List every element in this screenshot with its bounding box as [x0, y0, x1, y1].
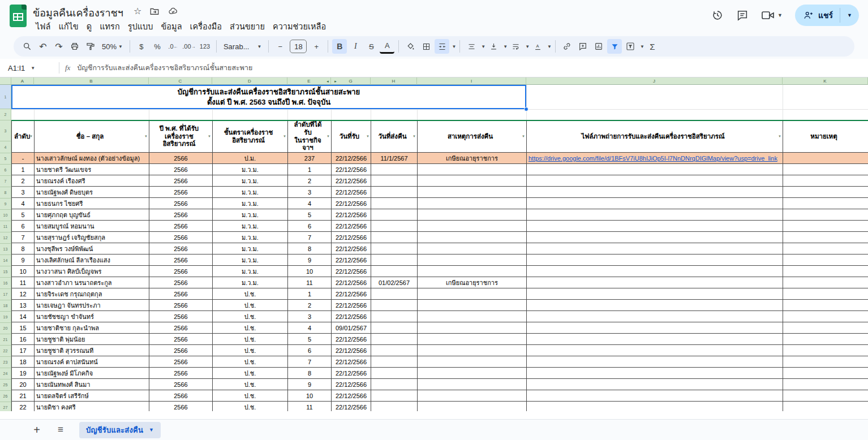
table-cell[interactable]: ป.ช.: [213, 368, 288, 379]
table-header-cell[interactable]: วันที่ส่งคืน▼: [371, 121, 418, 153]
table-cell[interactable]: 2: [288, 300, 332, 311]
table-cell[interactable]: นายณัฐพงศ์ ดิษยบุตร: [35, 187, 149, 198]
row-header-21[interactable]: 21: [0, 334, 11, 346]
table-cell[interactable]: https://drive.google.com/file/d/1BFsV7iU…: [527, 153, 783, 164]
version-history-icon[interactable]: [711, 9, 724, 21]
add-sheet-button[interactable]: +: [28, 424, 45, 437]
table-cell[interactable]: 22/12/2566: [332, 198, 371, 209]
table-header-cell[interactable]: ลำดับ▼: [12, 121, 35, 153]
table-cell[interactable]: 1: [288, 288, 332, 300]
table-cell[interactable]: [371, 300, 418, 311]
row-header-22[interactable]: 22: [0, 346, 11, 357]
table-cell[interactable]: ม.ว.ม.: [213, 187, 288, 198]
meet-caret-icon[interactable]: ▼: [777, 12, 783, 18]
table-cell[interactable]: [418, 356, 527, 368]
text-wrap-button[interactable]: [508, 39, 523, 54]
row-header-15[interactable]: 15: [0, 266, 11, 278]
table-cell[interactable]: นางเลิศลักษณ์ ลีลาเรืองแสง: [35, 254, 149, 266]
table-cell[interactable]: 1: [288, 164, 332, 175]
table-cell[interactable]: [527, 175, 783, 187]
table-cell[interactable]: 2566: [149, 243, 213, 254]
table-cell[interactable]: [783, 368, 868, 379]
table-cell[interactable]: 12: [12, 288, 35, 300]
table-cell[interactable]: [783, 254, 868, 266]
row-header-13[interactable]: 13: [0, 244, 11, 255]
table-cell[interactable]: [418, 266, 527, 277]
row-header-2[interactable]: 2: [0, 109, 11, 120]
table-cell[interactable]: 22/12/2566: [332, 390, 371, 402]
table-cell[interactable]: 19: [12, 368, 35, 379]
table-cell[interactable]: นายสมบูรณ์ หอมนาน: [35, 221, 149, 232]
table-cell[interactable]: นายณรงค์ เรืองศรี: [35, 175, 149, 187]
table-cell[interactable]: 11: [12, 277, 35, 288]
table-cell[interactable]: ป.ช.: [213, 345, 288, 356]
table-cell[interactable]: 2566: [149, 345, 213, 356]
table-cell[interactable]: ป.ม.: [213, 153, 288, 164]
row-header-24[interactable]: 24: [0, 368, 11, 379]
table-cell[interactable]: นายจิระเดช กรุณกฤตกุล: [35, 288, 149, 300]
table-cell[interactable]: [783, 334, 868, 345]
filter-views-caret-icon[interactable]: ▼: [640, 44, 644, 49]
table-cell[interactable]: [783, 198, 868, 209]
table-cell[interactable]: [783, 345, 868, 356]
font-select[interactable]: Sarab...▼: [220, 42, 265, 51]
table-cell[interactable]: ม.ว.ม.: [213, 254, 288, 266]
table-cell[interactable]: 22/12/2566: [332, 266, 371, 277]
table-cell[interactable]: [527, 221, 783, 232]
table-cell[interactable]: [783, 277, 868, 288]
row-header-3[interactable]: 3: [0, 120, 11, 141]
merge-cells-button[interactable]: [435, 39, 449, 54]
table-cell[interactable]: 22/12/2566: [332, 345, 371, 356]
table-cell[interactable]: 2566: [149, 368, 213, 379]
filter-icon[interactable]: ▼: [366, 135, 369, 139]
table-cell[interactable]: 2566: [149, 277, 213, 288]
table-cell[interactable]: [418, 187, 527, 198]
table-cell[interactable]: ป.ช.: [213, 300, 288, 311]
table-cell[interactable]: [371, 254, 418, 266]
table-cell[interactable]: 8: [288, 243, 332, 254]
table-cell[interactable]: [783, 187, 868, 198]
strikethrough-button[interactable]: S: [364, 39, 379, 54]
undo-button[interactable]: ↶: [36, 39, 50, 54]
meet-video-icon[interactable]: ▼: [761, 10, 783, 21]
table-cell[interactable]: ป.ช.: [213, 322, 288, 334]
zoom-select[interactable]: 50%▼: [98, 42, 126, 51]
table-cell[interactable]: 22/12/2566: [332, 288, 371, 300]
table-cell[interactable]: 7: [12, 232, 35, 243]
table-cell[interactable]: 10: [288, 266, 332, 277]
format-percent-button[interactable]: %: [150, 39, 165, 54]
table-cell[interactable]: [418, 243, 527, 254]
table-cell[interactable]: [418, 209, 527, 221]
filter-icon[interactable]: ▼: [412, 135, 416, 139]
decrease-decimal-button[interactable]: .0←: [166, 39, 181, 54]
table-cell[interactable]: 11/1/2567: [371, 153, 418, 164]
table-cell[interactable]: [783, 311, 868, 322]
row-header-26[interactable]: 26: [0, 391, 11, 402]
table-cell[interactable]: 2566: [149, 254, 213, 266]
table-header-cell[interactable]: ลำดับที่ได้รับ ในราชกิจจาฯ▼: [288, 121, 332, 153]
table-cell[interactable]: 10: [12, 266, 35, 277]
vertical-align-caret-icon[interactable]: ▼: [503, 44, 508, 49]
select-all-corner[interactable]: [0, 77, 11, 85]
all-sheets-button[interactable]: ≡: [52, 424, 69, 435]
table-cell[interactable]: [418, 164, 527, 175]
column-header-H[interactable]: H: [371, 77, 417, 85]
name-box-caret-icon[interactable]: ▼: [31, 66, 35, 71]
table-cell[interactable]: [527, 209, 783, 221]
table-cell[interactable]: [783, 402, 868, 411]
row-header-17[interactable]: 17: [0, 289, 11, 300]
table-cell[interactable]: 22/12/2566: [332, 334, 371, 345]
share-caret-icon[interactable]: ▼: [843, 12, 857, 18]
table-cell[interactable]: เกษียณอายุราชการ: [418, 277, 527, 288]
table-cell[interactable]: 22/12/2566: [332, 402, 371, 411]
table-cell[interactable]: 15: [12, 322, 35, 334]
table-cell[interactable]: ป.ช.: [213, 402, 288, 411]
table-cell[interactable]: 7: [288, 232, 332, 243]
table-cell[interactable]: [783, 266, 868, 277]
print-button[interactable]: [67, 39, 82, 54]
table-cell[interactable]: 18: [12, 356, 35, 368]
table-cell[interactable]: นางเสาวลักษณ์ ผงทอง (ตัวอย่างข้อมูล): [35, 153, 149, 164]
table-cell[interactable]: [418, 368, 527, 379]
table-cell[interactable]: 8: [288, 368, 332, 379]
table-cell[interactable]: [418, 402, 527, 411]
